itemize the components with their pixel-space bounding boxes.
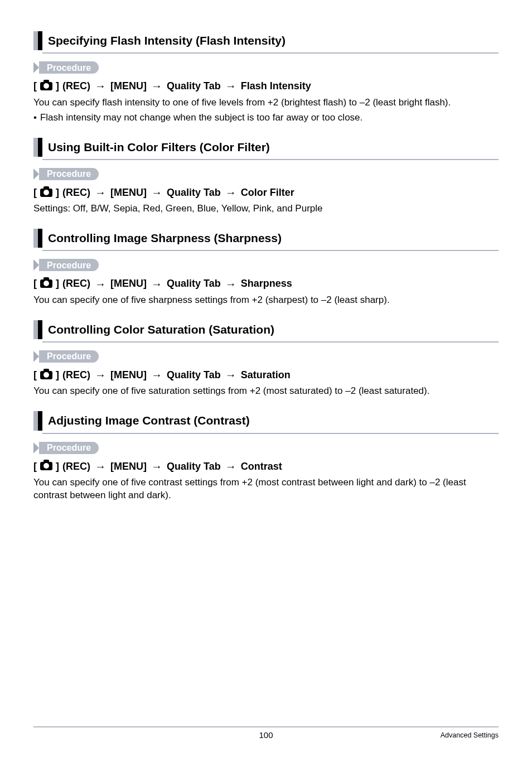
footer-section-label: Advanced Settings bbox=[441, 731, 499, 740]
procedure-marker: Procedure bbox=[33, 350, 499, 363]
section-title-colorfilter: Using Built-in Color Filters (Color Filt… bbox=[33, 138, 499, 157]
chevron-icon bbox=[33, 62, 39, 73]
section-underline bbox=[42, 159, 499, 160]
body-sharpness: You can specify one of five sharpness se… bbox=[33, 294, 499, 307]
section-underline bbox=[42, 433, 499, 434]
arrow-icon: → bbox=[151, 369, 162, 380]
section-underline bbox=[42, 52, 499, 54]
arrow-icon: → bbox=[95, 278, 106, 290]
heading-saturation: Controlling Color Saturation (Saturation… bbox=[48, 320, 274, 339]
title-bar-outer bbox=[33, 31, 38, 50]
arrow-icon: → bbox=[225, 369, 236, 380]
camera-icon bbox=[40, 189, 52, 197]
body-colorfilter: Settings: Off, B/W, Sepia, Red, Green, B… bbox=[33, 202, 499, 215]
section-underline bbox=[42, 250, 499, 251]
arrow-icon: → bbox=[151, 80, 162, 91]
chevron-icon bbox=[33, 442, 39, 454]
section-underline bbox=[42, 341, 499, 343]
camera-icon bbox=[40, 371, 52, 379]
procedure-marker: Procedure bbox=[33, 168, 499, 180]
quality-tab-label: Quality Tab bbox=[167, 277, 221, 290]
arrow-icon: → bbox=[95, 187, 106, 198]
menu-label: [MENU] bbox=[110, 186, 147, 199]
title-bar-inner bbox=[38, 229, 42, 248]
menu-label: [MENU] bbox=[110, 460, 147, 473]
camera-icon bbox=[40, 279, 52, 288]
arrow-icon: → bbox=[225, 80, 236, 91]
rec-label: (REC) bbox=[62, 186, 90, 199]
title-bar-inner bbox=[38, 320, 42, 339]
bullet-dot: • bbox=[33, 112, 37, 124]
menu-path-colorfilter: [ ] (REC) → [MENU] → Quality Tab → Color… bbox=[33, 186, 499, 199]
procedure-label: Procedure bbox=[39, 61, 99, 74]
arrow-icon: → bbox=[95, 369, 106, 380]
title-bar-outer bbox=[33, 138, 38, 157]
bracket-close: ] bbox=[56, 277, 59, 290]
bracket-close: ] bbox=[56, 460, 59, 473]
bracket-open: [ bbox=[33, 186, 37, 199]
menu-path-contrast: [ ] (REC) → [MENU] → Quality Tab → Contr… bbox=[33, 460, 499, 473]
bracket-close: ] bbox=[56, 368, 59, 382]
heading-contrast: Adjusting Image Contrast (Contrast) bbox=[48, 411, 250, 430]
chevron-icon bbox=[33, 168, 39, 180]
camera-icon bbox=[40, 82, 52, 90]
page-content: Specifying Flash Intensity (Flash Intens… bbox=[0, 0, 532, 502]
quality-tab-label: Quality Tab bbox=[167, 368, 221, 382]
bracket-open: [ bbox=[33, 460, 37, 473]
quality-tab-label: Quality Tab bbox=[167, 460, 221, 473]
target-flash: Flash Intensity bbox=[241, 79, 311, 93]
bracket-open: [ bbox=[33, 79, 37, 93]
rec-label: (REC) bbox=[62, 368, 90, 382]
page-number: 100 bbox=[259, 730, 273, 741]
procedure-label: Procedure bbox=[39, 168, 99, 180]
title-bar-inner bbox=[38, 411, 42, 430]
arrow-icon: → bbox=[95, 461, 106, 472]
section-title-sharpness: Controlling Image Sharpness (Sharpness) bbox=[33, 229, 499, 248]
rec-label: (REC) bbox=[62, 277, 90, 290]
menu-path-sharpness: [ ] (REC) → [MENU] → Quality Tab → Sharp… bbox=[33, 277, 499, 290]
title-bar-inner bbox=[38, 31, 42, 50]
heading-colorfilter: Using Built-in Color Filters (Color Filt… bbox=[48, 138, 270, 157]
arrow-icon: → bbox=[225, 278, 236, 290]
camera-icon bbox=[40, 462, 52, 470]
bracket-open: [ bbox=[33, 277, 37, 290]
rec-label: (REC) bbox=[62, 79, 90, 93]
heading-flash: Specifying Flash Intensity (Flash Intens… bbox=[48, 31, 286, 50]
target-sharpness: Sharpness bbox=[241, 277, 292, 290]
procedure-label: Procedure bbox=[39, 259, 99, 271]
title-bar-outer bbox=[33, 411, 38, 430]
section-title-saturation: Controlling Color Saturation (Saturation… bbox=[33, 320, 499, 339]
menu-label: [MENU] bbox=[110, 79, 147, 93]
target-colorfilter: Color Filter bbox=[241, 186, 294, 199]
arrow-icon: → bbox=[151, 461, 162, 472]
arrow-icon: → bbox=[151, 278, 162, 290]
arrow-icon: → bbox=[225, 187, 236, 198]
body-flash: You can specify flash intensity to one o… bbox=[33, 97, 499, 109]
quality-tab-label: Quality Tab bbox=[167, 186, 221, 199]
menu-label: [MENU] bbox=[110, 277, 147, 290]
procedure-marker: Procedure bbox=[33, 442, 499, 454]
chevron-icon bbox=[33, 259, 39, 271]
procedure-marker: Procedure bbox=[33, 61, 499, 74]
title-bar-outer bbox=[33, 320, 38, 339]
bracket-open: [ bbox=[33, 368, 37, 382]
title-bar-inner bbox=[38, 138, 42, 157]
bullet-text-flash: Flash intensity may not change when the … bbox=[40, 112, 362, 124]
menu-path-saturation: [ ] (REC) → [MENU] → Quality Tab → Satur… bbox=[33, 368, 499, 382]
title-bar-outer bbox=[33, 229, 38, 248]
body-contrast: You can specify one of five contrast set… bbox=[33, 476, 499, 502]
quality-tab-label: Quality Tab bbox=[167, 79, 221, 93]
bracket-close: ] bbox=[56, 79, 59, 93]
bracket-close: ] bbox=[56, 186, 59, 199]
body-saturation: You can specify one of five saturation s… bbox=[33, 385, 499, 398]
target-saturation: Saturation bbox=[241, 368, 291, 382]
menu-path-flash: [ ] (REC) → [MENU] → Quality Tab → Flash… bbox=[33, 79, 499, 93]
procedure-marker: Procedure bbox=[33, 259, 499, 271]
arrow-icon: → bbox=[225, 461, 236, 472]
menu-label: [MENU] bbox=[110, 368, 147, 382]
arrow-icon: → bbox=[95, 80, 106, 91]
page-footer: 100 Advanced Settings bbox=[33, 726, 499, 740]
arrow-icon: → bbox=[151, 187, 162, 198]
target-contrast: Contrast bbox=[241, 460, 282, 473]
section-title-flash: Specifying Flash Intensity (Flash Intens… bbox=[33, 31, 499, 50]
